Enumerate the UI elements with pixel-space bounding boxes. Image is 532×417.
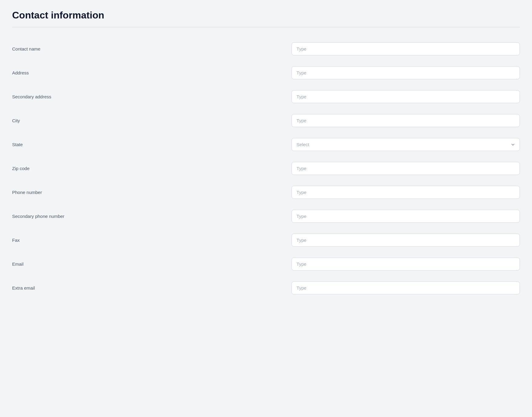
label-address: Address xyxy=(12,70,291,75)
label-extra-email: Extra email xyxy=(12,285,291,291)
input-secondary-address[interactable] xyxy=(291,90,520,103)
control-fax xyxy=(291,234,520,247)
form-row-state: StateSelectAlabamaAlaskaArizonaArkansasC… xyxy=(12,133,520,156)
form-row-secondary-address: Secondary address xyxy=(12,85,520,109)
label-contact-name: Contact name xyxy=(12,46,291,51)
control-phone-number xyxy=(291,186,520,199)
label-secondary-phone-number: Secondary phone number xyxy=(12,214,291,219)
input-fax[interactable] xyxy=(291,234,520,247)
control-city xyxy=(291,114,520,127)
form-row-city: City xyxy=(12,109,520,133)
control-secondary-phone-number xyxy=(291,210,520,223)
input-extra-email[interactable] xyxy=(291,281,520,294)
control-contact-name xyxy=(291,42,520,55)
control-email xyxy=(291,258,520,271)
control-zip-code xyxy=(291,162,520,175)
label-city: City xyxy=(12,118,291,123)
form-row-zip-code: Zip code xyxy=(12,156,520,180)
control-extra-email xyxy=(291,281,520,294)
control-address xyxy=(291,66,520,79)
label-secondary-address: Secondary address xyxy=(12,94,291,99)
label-state: State xyxy=(12,142,291,147)
label-email: Email xyxy=(12,261,291,267)
input-zip-code[interactable] xyxy=(291,162,520,175)
control-secondary-address xyxy=(291,90,520,103)
label-fax: Fax xyxy=(12,238,291,243)
form-row-phone-number: Phone number xyxy=(12,180,520,204)
input-secondary-phone-number[interactable] xyxy=(291,210,520,223)
input-contact-name[interactable] xyxy=(291,42,520,55)
form-row-contact-name: Contact name xyxy=(12,37,520,61)
label-phone-number: Phone number xyxy=(12,190,291,195)
select-state[interactable]: SelectAlabamaAlaskaArizonaArkansasCalifo… xyxy=(291,138,520,151)
input-email[interactable] xyxy=(291,258,520,271)
form-row-address: Address xyxy=(12,61,520,85)
label-zip-code: Zip code xyxy=(12,166,291,171)
form-row-email: Email xyxy=(12,252,520,276)
input-phone-number[interactable] xyxy=(291,186,520,199)
control-state: SelectAlabamaAlaskaArizonaArkansasCalifo… xyxy=(291,138,520,151)
form-row-extra-email: Extra email xyxy=(12,276,520,300)
input-address[interactable] xyxy=(291,66,520,79)
input-city[interactable] xyxy=(291,114,520,127)
section-divider xyxy=(12,27,520,27)
form-row-fax: Fax xyxy=(12,228,520,252)
contact-form: Contact nameAddressSecondary addressCity… xyxy=(12,37,520,300)
page-title: Contact information xyxy=(12,10,520,21)
form-row-secondary-phone-number: Secondary phone number xyxy=(12,204,520,228)
